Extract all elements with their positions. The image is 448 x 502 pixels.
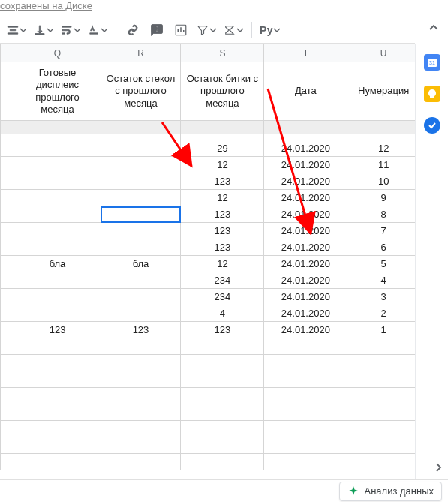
cell[interactable] <box>14 371 101 388</box>
cell[interactable]: Готовые дисплеис прошлого месяца <box>14 62 101 121</box>
cell[interactable] <box>14 289 101 305</box>
script-functions-button[interactable]: Py <box>258 20 282 40</box>
cell[interactable] <box>14 157 101 173</box>
filter-button[interactable] <box>194 20 218 40</box>
cell[interactable] <box>1 404 14 421</box>
cell[interactable] <box>1 121 14 134</box>
cell[interactable]: 10 <box>347 173 415 190</box>
cell[interactable]: бла <box>101 256 181 272</box>
horizontal-align-button[interactable] <box>5 20 29 40</box>
col-header[interactable]: U <box>347 44 415 62</box>
explore-button[interactable]: Анализ данных <box>339 482 442 501</box>
cell[interactable] <box>14 437 101 454</box>
cell[interactable]: 24.01.2020 <box>264 157 347 173</box>
cell[interactable] <box>14 404 101 421</box>
cell[interactable] <box>101 134 181 140</box>
col-header[interactable]: S <box>181 44 264 62</box>
cell[interactable] <box>14 338 101 355</box>
vertical-align-button[interactable] <box>32 20 56 40</box>
cell[interactable] <box>264 421 347 437</box>
cell[interactable] <box>101 437 181 454</box>
cell[interactable] <box>347 338 415 355</box>
cell[interactable] <box>14 388 101 404</box>
cell[interactable] <box>101 338 181 355</box>
cell[interactable] <box>101 157 181 173</box>
insert-link-button[interactable] <box>122 20 143 40</box>
cell[interactable]: 24.01.2020 <box>264 322 347 338</box>
cell[interactable]: 24.01.2020 <box>264 289 347 305</box>
show-side-panel-button[interactable] <box>433 462 443 475</box>
cell[interactable] <box>14 272 101 289</box>
cell[interactable] <box>1 173 14 190</box>
cell[interactable] <box>1 388 14 404</box>
calendar-icon[interactable]: 31 <box>424 54 440 71</box>
cell[interactable] <box>181 388 264 404</box>
cell[interactable] <box>1 256 14 272</box>
cell[interactable] <box>101 371 181 388</box>
cell[interactable]: 24.01.2020 <box>264 206 347 223</box>
col-header[interactable]: T <box>264 44 347 62</box>
cell[interactable] <box>1 371 14 388</box>
cell[interactable]: 123 <box>181 239 264 256</box>
cell[interactable]: 7 <box>347 223 415 239</box>
cell[interactable] <box>101 454 181 470</box>
cell[interactable] <box>1 134 14 140</box>
cell[interactable] <box>14 239 101 256</box>
cell[interactable] <box>101 355 181 371</box>
cell[interactable] <box>101 190 181 206</box>
cell[interactable] <box>264 388 347 404</box>
cell[interactable] <box>181 404 264 421</box>
text-wrap-button[interactable] <box>59 20 83 40</box>
tasks-icon[interactable] <box>424 117 440 134</box>
cell[interactable]: 123 <box>101 322 181 338</box>
cell[interactable] <box>101 239 181 256</box>
cell[interactable]: Остаток стекол с прошлого месяца <box>101 62 181 121</box>
cell[interactable]: 3 <box>347 289 415 305</box>
cell[interactable]: 123 <box>181 206 264 223</box>
cell[interactable] <box>347 437 415 454</box>
cell[interactable]: 24.01.2020 <box>264 256 347 272</box>
cell[interactable] <box>14 355 101 371</box>
cell[interactable] <box>14 206 101 223</box>
cell[interactable]: 24.01.2020 <box>264 223 347 239</box>
cell[interactable] <box>181 371 264 388</box>
spreadsheet-grid[interactable]: Q R S T U Готовые дисплеис прошлого меся… <box>0 44 415 479</box>
col-header[interactable]: Q <box>14 44 101 62</box>
cell[interactable] <box>181 134 264 140</box>
cell[interactable] <box>264 338 347 355</box>
cell[interactable] <box>14 173 101 190</box>
cell[interactable]: 4 <box>181 305 264 322</box>
cell[interactable] <box>264 121 347 134</box>
cell[interactable] <box>14 223 101 239</box>
cell[interactable]: 11 <box>347 157 415 173</box>
cell[interactable] <box>181 355 264 371</box>
text-rotation-button[interactable] <box>86 20 110 40</box>
cell[interactable]: 1 <box>347 322 415 338</box>
cell[interactable] <box>181 421 264 437</box>
cell[interactable]: 24.01.2020 <box>264 272 347 289</box>
cell[interactable] <box>101 289 181 305</box>
cell[interactable] <box>347 404 415 421</box>
cell[interactable]: 234 <box>181 272 264 289</box>
cell[interactable] <box>101 173 181 190</box>
cell[interactable] <box>347 355 415 371</box>
cell[interactable] <box>1 322 14 338</box>
cell[interactable] <box>1 421 14 437</box>
cell[interactable]: 123 <box>181 322 264 338</box>
cell[interactable] <box>264 355 347 371</box>
col-header[interactable]: R <box>101 44 181 62</box>
collapse-toolbar-button[interactable] <box>427 21 440 37</box>
keep-icon[interactable] <box>424 86 440 102</box>
cell[interactable]: 29 <box>181 140 264 157</box>
cell[interactable] <box>1 140 14 157</box>
cell[interactable] <box>1 338 14 355</box>
cell[interactable]: 24.01.2020 <box>264 239 347 256</box>
cell[interactable] <box>14 121 101 134</box>
cell[interactable]: 12 <box>181 157 264 173</box>
cell[interactable]: 123 <box>181 223 264 239</box>
cell[interactable] <box>1 223 14 239</box>
cell[interactable] <box>101 305 181 322</box>
cell[interactable] <box>101 272 181 289</box>
cell[interactable]: 123 <box>14 322 101 338</box>
cell[interactable] <box>101 140 181 157</box>
